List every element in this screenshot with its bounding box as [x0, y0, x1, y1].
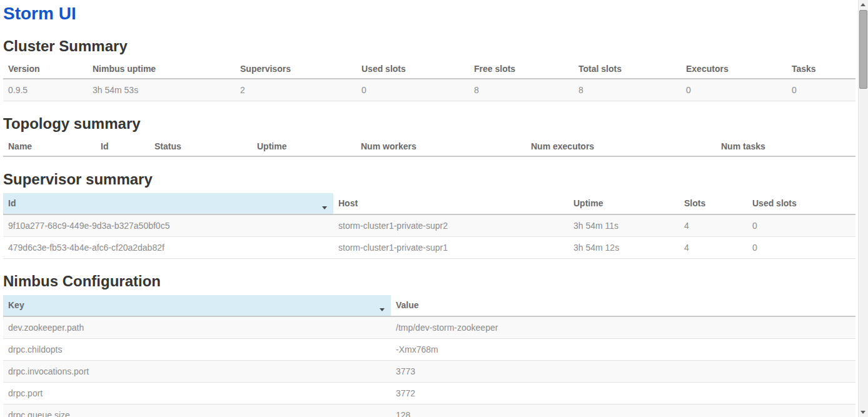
config-value: 3772 — [391, 383, 855, 404]
vertical-scrollbar[interactable] — [858, 0, 868, 417]
storm-ui-home-link[interactable]: Storm UI — [3, 4, 76, 23]
column-header-host[interactable]: Host — [333, 193, 568, 214]
column-header-used-slots[interactable]: Used slots — [356, 60, 469, 79]
scroll-down-button[interactable] — [859, 408, 868, 417]
cluster-executors-value: 0 — [681, 79, 787, 101]
supervisor-summary-heading: Supervisor summary — [3, 171, 855, 188]
supervisor-uptime-value: 3h 54m 11s — [568, 214, 679, 237]
column-header-tasks[interactable]: Tasks — [787, 60, 855, 79]
column-header-free-slots[interactable]: Free slots — [469, 60, 573, 79]
config-key: drpc.invocations.port — [3, 361, 391, 383]
nimbus-configuration-table: Key Value dev.zookeeper.path /tmp/dev-st… — [3, 295, 855, 417]
supervisor-row: 9f10a277-68c9-449e-9d3a-b327a50bf0c5 sto… — [3, 214, 855, 237]
nimbus-configuration-header-row: Key Value — [3, 295, 855, 316]
storm-ui-page: Storm UI Cluster Summary Version Nimbus … — [0, 4, 868, 417]
page-title: Storm UI — [3, 4, 855, 24]
config-key: drpc.port — [3, 383, 391, 404]
supervisor-host-value: storm-cluster1-private-supr2 — [333, 214, 568, 237]
supervisor-id-value: 9f10a277-68c9-449e-9d3a-b327a50bf0c5 — [3, 214, 333, 237]
config-value: /tmp/dev-storm-zookeeper — [391, 316, 855, 339]
supervisor-summary-table: Id Host Uptime Slots Used slots 9f10a277… — [3, 193, 855, 259]
topology-summary-heading: Topology summary — [3, 115, 855, 133]
config-value: 128 — [391, 404, 855, 417]
column-header-num-tasks[interactable]: Num tasks — [716, 138, 855, 156]
column-header-num-workers[interactable]: Num workers — [356, 138, 526, 156]
config-value: 3773 — [391, 361, 855, 383]
cluster-used-slots-value: 0 — [356, 79, 469, 101]
topology-summary-table: Name Id Status Uptime Num workers Num ex… — [3, 138, 855, 157]
column-header-num-executors[interactable]: Num executors — [526, 138, 716, 156]
config-value: -Xmx768m — [391, 339, 855, 361]
scrollbar-thumb[interactable] — [859, 10, 867, 89]
column-header-supervisors[interactable]: Supervisors — [235, 60, 356, 79]
cluster-summary-heading: Cluster Summary — [3, 38, 855, 55]
column-header-nimbus-uptime[interactable]: Nimbus uptime — [88, 60, 235, 79]
arrow-up-icon — [860, 3, 865, 6]
column-header-name[interactable]: Name — [3, 138, 96, 156]
column-header-supervisor-id[interactable]: Id — [3, 193, 333, 214]
cluster-free-slots-value: 8 — [469, 79, 573, 101]
cluster-total-slots-value: 8 — [573, 79, 681, 101]
column-header-supervisor-uptime[interactable]: Uptime — [568, 193, 679, 214]
column-header-key[interactable]: Key — [3, 295, 391, 316]
scroll-up-button[interactable] — [859, 0, 868, 9]
config-row: drpc.invocations.port 3773 — [3, 361, 855, 383]
sort-descending-icon — [322, 206, 327, 209]
supervisor-uptime-value: 3h 54m 12s — [568, 237, 679, 259]
sort-descending-icon — [380, 308, 385, 311]
topology-summary-header-row: Name Id Status Uptime Num workers Num ex… — [3, 138, 855, 156]
column-header-id[interactable]: Id — [96, 138, 149, 156]
column-header-supervisor-used-slots[interactable]: Used slots — [747, 193, 855, 214]
config-row: dev.zookeeper.path /tmp/dev-storm-zookee… — [3, 316, 855, 339]
cluster-version-value: 0.9.5 — [3, 79, 88, 101]
supervisor-id-value: 479d6c3e-fb53-4b4e-afc6-cf20a2dab82f — [3, 237, 333, 259]
supervisor-used-slots-value: 0 — [747, 237, 855, 259]
column-header-uptime[interactable]: Uptime — [252, 138, 356, 156]
config-row: drpc.queue.size 128 — [3, 404, 855, 417]
column-header-total-slots[interactable]: Total slots — [573, 60, 681, 79]
cluster-nimbus-uptime-value: 3h 54m 53s — [88, 79, 235, 101]
supervisor-summary-header-row: Id Host Uptime Slots Used slots — [3, 193, 855, 214]
column-header-value[interactable]: Value — [391, 295, 855, 316]
cluster-supervisors-value: 2 — [235, 79, 356, 101]
cluster-tasks-value: 0 — [787, 79, 855, 101]
config-key: drpc.childopts — [3, 339, 391, 361]
arrow-down-icon — [860, 411, 865, 414]
supervisor-slots-value: 4 — [679, 237, 747, 259]
column-header-slots[interactable]: Slots — [679, 193, 747, 214]
column-header-supervisor-id-label: Id — [8, 198, 16, 208]
cluster-summary-header-row: Version Nimbus uptime Supervisors Used s… — [3, 60, 855, 79]
column-header-version[interactable]: Version — [3, 60, 88, 79]
column-header-executors[interactable]: Executors — [681, 60, 787, 79]
config-key: dev.zookeeper.path — [3, 316, 391, 339]
supervisor-used-slots-value: 0 — [747, 214, 855, 237]
column-header-status[interactable]: Status — [149, 138, 252, 156]
supervisor-host-value: storm-cluster1-private-supr1 — [333, 237, 568, 259]
config-key: drpc.queue.size — [3, 404, 391, 417]
config-row: drpc.port 3772 — [3, 383, 855, 404]
nimbus-configuration-heading: Nimbus Configuration — [3, 273, 855, 290]
cluster-summary-row: 0.9.5 3h 54m 53s 2 0 8 8 0 0 — [3, 79, 855, 101]
column-header-key-label: Key — [8, 300, 24, 310]
supervisor-row: 479d6c3e-fb53-4b4e-afc6-cf20a2dab82f sto… — [3, 237, 855, 259]
cluster-summary-table: Version Nimbus uptime Supervisors Used s… — [3, 60, 855, 101]
config-row: drpc.childopts -Xmx768m — [3, 339, 855, 361]
supervisor-slots-value: 4 — [679, 214, 747, 237]
